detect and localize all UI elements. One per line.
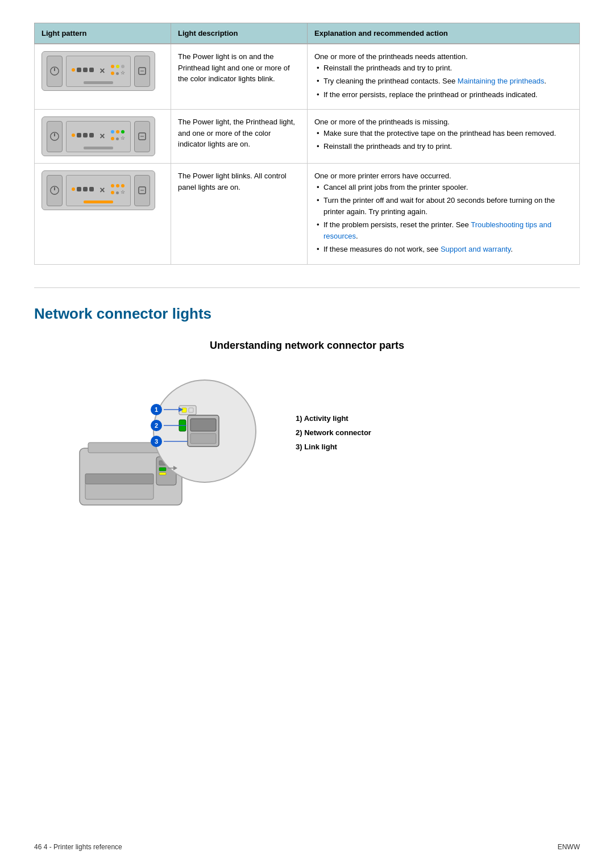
legend-item-1: 1) Activity light (296, 414, 371, 423)
section-heading: Network connector lights (34, 305, 580, 323)
legend-item-3: 3) Link light (296, 443, 371, 451)
printer-panel-2: × ☆ (42, 116, 155, 156)
svg-text:1: 1 (155, 406, 158, 413)
legend-item-2: 2) Network connector (296, 428, 371, 437)
dot-small (116, 72, 119, 75)
footer-right: ENWW (558, 843, 580, 851)
dot (77, 133, 81, 137)
panel-right-3 (134, 175, 150, 206)
panel-right-1 (134, 56, 150, 87)
dot (83, 68, 88, 72)
label-small: ☆ (121, 189, 125, 197)
dot-small (116, 191, 119, 194)
label-small: ☆ (121, 135, 125, 143)
color-dots-3b: ☆ (111, 189, 125, 197)
explain-text-1: One or more of the printheads needs atte… (314, 52, 468, 61)
svg-rect-18 (159, 473, 166, 475)
svg-rect-20 (85, 474, 154, 484)
list-item: If the problem persists, reset the print… (314, 219, 572, 241)
table-row: × ☆ (35, 110, 580, 164)
panel-x-2: × (99, 130, 105, 143)
explain-text-2: One or more of the printheads is missing… (314, 118, 450, 126)
desc-cell-1: The Power light is on and the Printhead … (171, 44, 308, 110)
panel-x-1: × (99, 64, 105, 78)
dot-green (121, 130, 125, 133)
link-troubleshooting[interactable]: Troubleshooting tips and resources (323, 220, 551, 240)
dot (77, 68, 81, 72)
svg-rect-23 (182, 408, 186, 412)
col-header-desc: Light description (171, 23, 308, 44)
link-support-warranty[interactable]: Support and warranty (441, 245, 511, 253)
label-small: ☆ (121, 69, 125, 77)
link-maintaining-printheads[interactable]: Maintaining the printheads (458, 77, 545, 85)
panel-main-1: × ☆ (66, 56, 131, 87)
list-item: Turn the printer off and wait for about … (314, 195, 572, 217)
color-dots-2b: ☆ (111, 135, 125, 143)
bullet-list-2: Make sure that the protective tape on th… (314, 128, 572, 152)
panel-bar-gray-1 (84, 81, 113, 84)
table-row: × ☆ (35, 44, 580, 110)
indicator-col-2: ☆ (111, 130, 125, 143)
explain-cell-1: One or more of the printheads needs atte… (308, 44, 580, 110)
dots-row-1 (72, 68, 94, 72)
section-divider (34, 287, 580, 288)
dot (72, 133, 75, 137)
svg-rect-22 (179, 406, 196, 415)
pattern-cell-1: × ☆ (35, 44, 171, 110)
panel-right-2 (134, 121, 150, 152)
dot (89, 133, 94, 137)
panel-left-3 (47, 175, 63, 206)
dot-orange (116, 130, 119, 133)
svg-text:3: 3 (155, 438, 158, 445)
color-dots-1 (111, 65, 125, 68)
explain-text-3: One or more printer errors have occurred… (314, 172, 451, 180)
dot (83, 187, 88, 191)
dot-orange (121, 184, 125, 187)
printer-panel-1: × ☆ (42, 51, 155, 91)
table-row: × ☆ (35, 164, 580, 265)
diagram-area: 1 2 3 1) Activity (34, 369, 580, 528)
svg-rect-19 (85, 482, 154, 499)
indicator-col-3: ☆ (111, 184, 125, 197)
desc-cell-3: The Power light blinks. All control pane… (171, 164, 308, 265)
list-item: If the error persists, replace the print… (314, 89, 572, 101)
bullet-list-1: Reinstall the printheads and try to prin… (314, 62, 572, 101)
panel-bar-orange-3 (84, 201, 113, 203)
network-section: Network connector lights Understanding n… (34, 305, 580, 528)
dot (77, 187, 81, 191)
light-pattern-table: Light pattern Light description Explanat… (34, 23, 580, 265)
dot-blue (111, 130, 114, 133)
pattern-cell-2: × ☆ (35, 110, 171, 164)
dot-yellow (116, 65, 119, 68)
color-dots-3a (111, 184, 125, 187)
page-footer: 46 4 - Printer lights reference ENWW (34, 843, 580, 851)
bullet-list-3: Cancel all print jobs from the printer s… (314, 182, 572, 255)
panel-bar-gray-2 (84, 147, 113, 149)
svg-rect-27 (190, 419, 216, 431)
color-dots-1b: ☆ (111, 69, 125, 77)
svg-rect-17 (159, 468, 166, 471)
dot-small (116, 137, 119, 140)
dots-row-3 (72, 187, 94, 191)
legend-area: 1) Activity light 2) Network connector 3… (296, 369, 371, 451)
printer-diagram-svg: 1 2 3 (68, 369, 262, 528)
svg-rect-28 (190, 433, 216, 444)
panel-left-2 (47, 121, 63, 152)
dot (72, 187, 75, 191)
dot (83, 133, 88, 137)
printer-panel-3: × ☆ (42, 170, 155, 210)
pattern-cell-3: × ☆ (35, 164, 171, 265)
list-item: Reinstall the printheads and try to prin… (314, 62, 572, 74)
explain-cell-3: One or more printer errors have occurred… (308, 164, 580, 265)
panel-left-1 (47, 56, 63, 87)
dot-orange (111, 184, 114, 187)
col-header-explain: Explanation and recommended action (308, 23, 580, 44)
dot (89, 68, 94, 72)
svg-rect-24 (189, 408, 193, 412)
footer-left: 46 4 - Printer lights reference (34, 843, 122, 851)
desc-cell-2: The Power light, the Printhead light, an… (171, 110, 308, 164)
list-item: Cancel all print jobs from the printer s… (314, 182, 572, 193)
sub-heading: Understanding network connector parts (34, 340, 580, 352)
list-item: If these measures do not work, see Suppo… (314, 244, 572, 255)
indicator-col: ☆ (111, 65, 125, 77)
